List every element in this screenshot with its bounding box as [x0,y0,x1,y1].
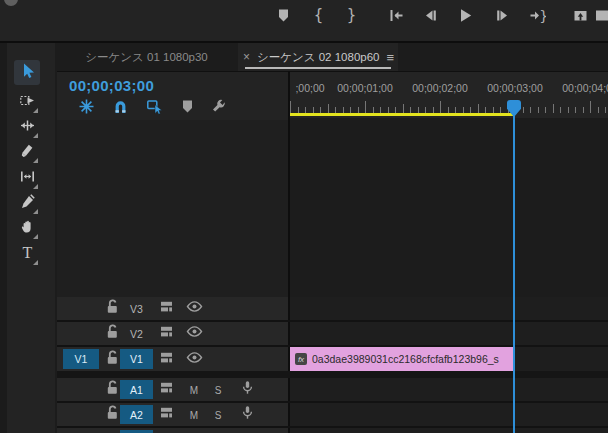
marker-icon [275,7,292,28]
sync-lock-toggle[interactable] [158,301,174,317]
pen-tool[interactable] [14,191,40,216]
playhead-timecode[interactable]: 00;00;03;00 [69,77,154,94]
track-content-v1[interactable]: fx 0a3dae3989031cc2168cfcfafb123b96_s [290,347,608,371]
time-ruler[interactable]: ;00;0000;00;01;0000;00;02;0000;00;03;000… [290,72,608,118]
source-patch-v1[interactable]: V1 [63,349,99,369]
ruler-tick [575,107,576,113]
add-marker-button[interactable] [177,98,197,118]
svg-text:{: { [313,7,322,24]
ruler-tick [290,101,291,113]
go-to-out-icon: } [529,7,546,28]
track-select-forward-icon [19,92,36,113]
tool-strip: T [0,43,55,433]
ruler-tick [598,107,599,113]
voiceover-record-button[interactable] [239,382,255,398]
track-rows: V3V2V1V1 fx 0a3dae3989031cc2168cfcfafb12… [57,297,608,433]
track-content-v3[interactable] [290,297,608,320]
go-to-in-button[interactable] [384,5,408,29]
track-row-v3: V3 [57,297,608,320]
track-header-partial [57,428,288,433]
track-lock-toggle[interactable] [104,326,120,342]
panel-menu-icon[interactable]: ≡ [386,50,393,65]
ruler-tick [418,107,419,113]
track-row-v1: V1V1 fx 0a3dae3989031cc2168cfcfafb123b96… [57,347,608,371]
track-target-v3[interactable]: V3 [120,299,153,318]
mark-out-button[interactable]: } [339,5,363,29]
sync-lock-toggle[interactable] [158,351,174,367]
step-back-icon [422,7,439,28]
ruler-tick [350,107,351,113]
sync-lock-toggle[interactable] [158,407,174,423]
type-tool[interactable]: T [14,242,40,267]
track-target-v1[interactable]: V1 [120,349,153,369]
solo-button[interactable]: S [215,409,222,420]
track-target-v2[interactable]: V2 [120,324,153,343]
clipped-edge-button[interactable] [592,5,608,29]
mute-button[interactable]: M [190,409,198,420]
razor-tool[interactable] [14,140,40,165]
pen-icon [19,193,36,214]
ruler-tick [298,107,299,113]
ripple-edit-icon [19,117,36,138]
close-icon[interactable]: × [243,50,250,64]
nest-toggle[interactable] [76,98,96,118]
ruler-tick [448,107,449,113]
selection-tool[interactable] [14,60,40,85]
ruler-tick [403,104,404,113]
track-lock-toggle[interactable] [104,407,120,423]
track-content-v2[interactable] [290,322,608,345]
video-clip[interactable]: fx 0a3dae3989031cc2168cfcfafb123b96_s [290,347,514,371]
playhead-line[interactable] [513,100,515,433]
step-back-button[interactable] [418,5,442,29]
tab-label: シーケンス 02 1080p60 [257,50,380,65]
mic-icon [239,404,256,425]
track-lock-toggle[interactable] [104,382,120,398]
track-output-toggle[interactable] [186,326,202,342]
ruler-tick [305,107,306,113]
sync-lock-toggle[interactable] [158,382,174,398]
track-row-v2: V2 [57,322,608,345]
solo-button[interactable]: S [215,384,222,395]
ruler-tick [395,107,396,113]
track-output-toggle[interactable] [186,351,202,367]
timeline-settings-button[interactable] [208,98,228,118]
hand-tool[interactable] [14,216,40,241]
slip-tool[interactable] [14,166,40,191]
lift-button[interactable] [568,5,592,29]
ruler-tick [478,104,479,113]
track-content-partial[interactable] [290,428,608,433]
add-marker-button[interactable] [271,5,295,29]
track-lock-toggle[interactable] [104,351,120,367]
sync-lock-toggle[interactable] [158,326,174,342]
ripple-edit-tool[interactable] [14,115,40,140]
track-content-a1[interactable] [290,378,608,401]
work-area-bar[interactable] [290,113,513,116]
track-target-a2[interactable]: A2 [120,405,153,424]
step-forward-button[interactable] [490,5,514,29]
mark-in-button[interactable]: { [306,5,330,29]
track-target-a1[interactable]: A1 [120,380,153,399]
ruler-tick [470,107,471,113]
tab-sequence-01[interactable]: シーケンス 01 1080p30 [57,43,236,71]
tab-sequence-02[interactable]: × シーケンス 02 1080p60 ≡ [238,43,398,71]
track-select-forward-tool[interactable] [14,90,40,115]
ruler-tick [560,107,561,113]
voiceover-record-button[interactable] [239,407,255,423]
track-lock-toggle[interactable] [104,301,120,317]
ruler-tick [545,107,546,113]
track-content-a2[interactable] [290,403,608,426]
go-to-out-button[interactable]: } [525,5,549,29]
lock-open-icon [104,298,121,319]
snap-toggle[interactable] [110,98,130,118]
linked-selection-toggle[interactable] [144,98,164,118]
mute-button[interactable]: M [190,384,198,395]
ruler-tick [388,107,389,113]
svg-text:T: T [22,244,32,261]
track-output-toggle[interactable] [186,301,202,317]
go-to-in-icon [388,7,405,28]
ruler-tick [590,101,591,113]
track-header-v1: V1V1 [57,347,288,371]
lock-open-icon [104,349,121,370]
play-button[interactable] [453,5,477,29]
tab-label: シーケンス 01 1080p30 [85,50,208,65]
